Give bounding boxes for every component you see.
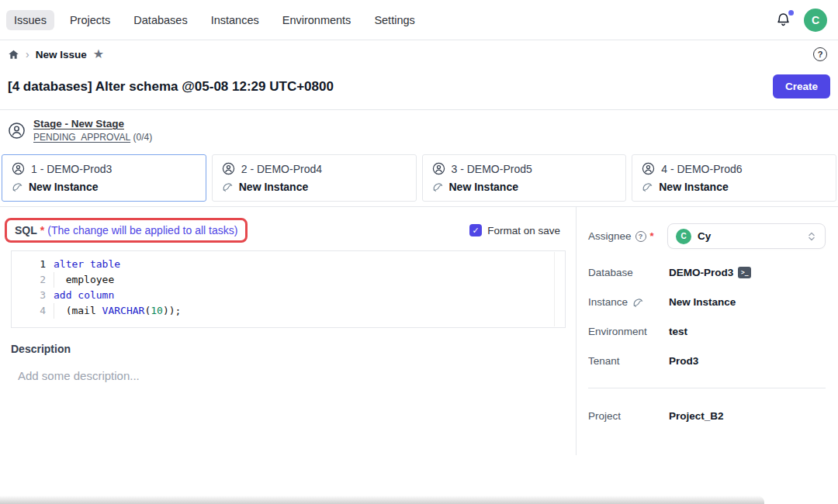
issue-sidebar: Assignee ? * C Cy Database DEMO-Prod3 >_: [576, 207, 838, 504]
project-field: Project Project_B2: [588, 410, 826, 422]
code-line[interactable]: 4(mail VARCHAR(10));: [12, 303, 565, 319]
task-instance-name: New Instance: [449, 181, 518, 193]
stage-section: Stage - New Stage PENDING_APPROVAL (0/4): [0, 110, 838, 150]
sidebar-divider: [588, 388, 826, 388]
mysql-dolphin-icon: [642, 181, 653, 192]
nav-items: Issues Projects Databases Instances Envi…: [6, 10, 423, 30]
page-title: [4 databases] Alter schema @05-08 12:29 …: [8, 79, 334, 95]
assignee-label: Assignee: [588, 230, 632, 242]
tenant-label: Tenant: [588, 355, 620, 367]
tenant-value: Prod3: [669, 355, 698, 367]
nav-item-projects[interactable]: Projects: [62, 10, 118, 30]
project-value[interactable]: Project_B2: [669, 410, 724, 422]
sql-panel: SQL* (The change will be applied to all …: [0, 207, 576, 504]
instance-value[interactable]: New Instance: [669, 296, 736, 308]
description-input[interactable]: Add some description...: [11, 369, 565, 382]
notification-bell-icon[interactable]: [775, 12, 791, 28]
breadcrumb: › New Issue ★: [8, 48, 104, 60]
issue-header: › New Issue ★ ? [4 databases] Alter sche…: [0, 40, 838, 110]
bottom-edge-bar: [0, 495, 764, 504]
main-content: SQL* (The change will be applied to all …: [0, 207, 838, 504]
tenant-field: Tenant Prod3: [588, 355, 826, 367]
task-title: 3 - DEMO-Prod5: [452, 163, 532, 175]
database-value[interactable]: DEMO-Prod3: [669, 267, 733, 278]
task-person-icon: [222, 162, 235, 175]
assignee-avatar: C: [676, 229, 691, 244]
task-title: 1 - DEMO-Prod3: [31, 163, 112, 175]
task-card-4[interactable]: 4 - DEMO-Prod6 New Instance: [632, 154, 836, 202]
editor-scrollbar-gutter[interactable]: [554, 252, 555, 326]
code-line[interactable]: 1alter table: [12, 257, 565, 272]
task-instance-name: New Instance: [659, 181, 728, 193]
mysql-dolphin-icon: [632, 297, 643, 308]
database-field: Database DEMO-Prod3 >_: [588, 267, 826, 278]
assignee-select[interactable]: C Cy: [667, 223, 826, 249]
line-number: 2: [12, 272, 46, 288]
chevron-updown-icon: [806, 231, 817, 242]
nav-item-databases[interactable]: Databases: [126, 10, 195, 30]
task-person-icon: [642, 162, 655, 175]
help-icon[interactable]: ?: [813, 47, 827, 61]
sql-label: SQL: [15, 224, 37, 236]
stage-status[interactable]: PENDING_APPROVAL: [33, 132, 130, 143]
breadcrumb-page[interactable]: New Issue: [36, 49, 87, 60]
stage-person-icon: [8, 122, 26, 140]
stage-link[interactable]: Stage - New Stage: [33, 118, 152, 129]
format-on-save-toggle[interactable]: ✓ Format on save: [469, 224, 560, 236]
task-card-3[interactable]: 3 - DEMO-Prod5 New Instance: [422, 154, 627, 202]
nav-item-instances[interactable]: Instances: [203, 10, 267, 30]
mysql-dolphin-icon: [222, 181, 233, 192]
nav-item-issues[interactable]: Issues: [6, 10, 54, 30]
task-title: 4 - DEMO-Prod6: [661, 163, 742, 175]
code-line[interactable]: 2employee: [12, 272, 565, 288]
task-instance-name: New Instance: [29, 181, 98, 193]
mysql-dolphin-icon: [12, 181, 23, 192]
database-label: Database: [588, 267, 633, 278]
task-tabs: 1 - DEMO-Prod3 New Instance 2 - DEMO-Pro…: [0, 150, 838, 207]
stage-count: (0/4): [133, 132, 153, 143]
sql-console-icon[interactable]: >_: [738, 267, 751, 278]
mysql-dolphin-icon: [432, 181, 443, 192]
task-person-icon: [12, 162, 25, 175]
format-on-save-label: Format on save: [487, 225, 560, 236]
user-avatar[interactable]: C: [804, 9, 827, 32]
home-icon[interactable]: [8, 49, 19, 60]
description-label: Description: [11, 343, 565, 355]
breadcrumb-separator: ›: [26, 48, 29, 60]
format-on-save-checkbox[interactable]: ✓: [469, 224, 482, 236]
assignee-value: Cy: [698, 230, 800, 242]
nav-item-environments[interactable]: Environments: [275, 10, 359, 30]
environment-field: Environment test: [588, 326, 826, 337]
create-button[interactable]: Create: [773, 74, 830, 98]
task-card-1[interactable]: 1 - DEMO-Prod3 New Instance: [2, 154, 206, 202]
instance-field: Instance New Instance: [588, 296, 826, 308]
project-label: Project: [588, 410, 621, 422]
assignee-help-icon[interactable]: ?: [635, 231, 646, 242]
task-title: 2 - DEMO-Prod4: [241, 163, 322, 175]
task-card-2[interactable]: 2 - DEMO-Prod4 New Instance: [212, 154, 417, 202]
environment-label: Environment: [588, 326, 647, 337]
environment-value: test: [669, 326, 687, 337]
vertical-divider: [576, 207, 577, 455]
notification-dot: [788, 10, 794, 16]
favorite-star-icon[interactable]: ★: [93, 48, 104, 60]
task-instance-name: New Instance: [239, 181, 308, 193]
line-number: 4: [12, 303, 46, 319]
instance-label: Instance: [588, 296, 628, 308]
sql-note: (The change will be applied to all tasks…: [47, 224, 237, 236]
line-number: 3: [12, 288, 46, 303]
top-navigation-bar: Issues Projects Databases Instances Envi…: [0, 0, 838, 40]
code-line[interactable]: 3add column: [12, 288, 565, 303]
task-person-icon: [432, 162, 445, 175]
assignee-required-asterisk: *: [650, 230, 654, 242]
line-number: 1: [12, 257, 46, 272]
sql-editor[interactable]: 1alter table2employee3add column4(mail V…: [11, 250, 566, 328]
sql-label-annotation-box: SQL* (The change will be applied to all …: [5, 218, 248, 243]
sql-editor-lines: 1alter table2employee3add column4(mail V…: [12, 257, 565, 319]
sql-required-asterisk: *: [40, 224, 44, 236]
nav-item-settings[interactable]: Settings: [366, 10, 422, 30]
